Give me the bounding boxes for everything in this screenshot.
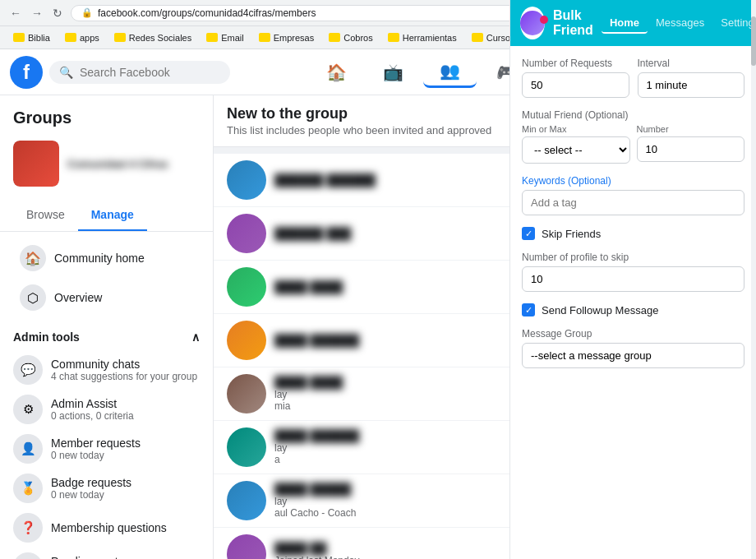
tab-manage[interactable]: Manage	[78, 200, 147, 231]
requests-input[interactable]	[522, 72, 629, 98]
search-icon: 🔍	[59, 66, 73, 79]
admin-item-pending-posts[interactable]: 📋 Pending posts 0 new today	[0, 547, 213, 559]
mutual-friend-group: Mutual Friend (Optional) Min or Max -- s…	[522, 109, 744, 164]
avatar	[227, 321, 266, 360]
folder-icon	[259, 33, 270, 42]
avatar	[227, 427, 266, 467]
bookmark-herramientas[interactable]: Herramientas	[381, 31, 463, 44]
admin-item-text: Badge requests 0 new today	[51, 476, 131, 501]
folder-icon	[206, 33, 218, 42]
sidebar-item-overview[interactable]: ⬡ Overview	[7, 278, 206, 317]
search-box[interactable]: 🔍	[49, 61, 230, 84]
message-group-input[interactable]	[522, 343, 744, 368]
bookmark-redes[interactable]: Redes Sociales	[108, 31, 198, 44]
bookmark-empresas[interactable]: Empresas	[252, 31, 321, 44]
main-layout: Groups Comunidad 4 Cifras Browse Manage …	[0, 95, 756, 559]
bookmark-cobros[interactable]: Cobros	[322, 31, 379, 44]
mutual-select[interactable]: -- select --	[522, 136, 630, 164]
group-profile: Comunidad 4 Cifras	[13, 134, 200, 193]
admin-item-text: Community chats 4 chat suggestions for y…	[51, 358, 197, 382]
skip-count-input[interactable]	[522, 266, 744, 292]
collapse-icon: ∧	[191, 330, 200, 344]
tab-row: Browse Manage	[0, 200, 213, 232]
forward-button[interactable]: →	[28, 5, 46, 21]
browser-nav: ← → ↻	[7, 5, 66, 21]
lock-icon: 🔒	[81, 7, 93, 18]
bookmark-label: Redes Sociales	[129, 33, 191, 43]
bookmark-apps[interactable]: apps	[58, 31, 106, 44]
home-nav-button[interactable]: 🏠	[310, 56, 363, 88]
avatar	[227, 267, 266, 307]
bookmark-biblia[interactable]: Biblia	[7, 31, 57, 44]
followup-row: Send Followup Message	[522, 303, 744, 316]
questions-icon: ❓	[13, 513, 43, 543]
admin-tools-header[interactable]: Admin tools ∧	[0, 324, 213, 350]
bookmark-label: Email	[221, 33, 244, 43]
search-input[interactable]	[80, 66, 211, 79]
overview-label: Overview	[54, 291, 102, 304]
mutual-number-col: Number	[637, 124, 745, 162]
back-button[interactable]: ←	[7, 5, 25, 21]
interval-input[interactable]	[638, 72, 745, 98]
interval-label: Interval	[638, 58, 745, 69]
requests-interval-row: Number of Requests Interval	[522, 58, 744, 98]
groups-nav-button[interactable]: 👥	[423, 56, 477, 88]
message-group-group: Message Group	[522, 328, 744, 368]
avatar	[227, 214, 266, 253]
skip-count-label: Number of profile to skip	[522, 252, 744, 263]
admin-item-community-chats[interactable]: 💬 Community chats 4 chat suggestions for…	[0, 350, 213, 390]
bookmark-label: Herramientas	[403, 33, 457, 43]
admin-item-title: Pending posts	[51, 555, 124, 559]
admin-item-sub: 0 actions, 0 criteria	[51, 410, 134, 422]
ext-nav-messages[interactable]: Messages	[648, 13, 712, 34]
skip-count-group: Number of profile to skip	[522, 252, 744, 292]
extension-body: Number of Requests Interval Mutual Frien…	[510, 46, 756, 559]
reload-button[interactable]: ↻	[49, 5, 66, 21]
folder-icon	[329, 33, 340, 42]
overview-icon: ⬡	[20, 284, 46, 311]
admin-item-text: Admin Assist 0 actions, 0 criteria	[51, 397, 134, 422]
admin-item-badge-requests[interactable]: 🏅 Badge requests 0 new today	[0, 469, 213, 508]
home-icon: 🏠	[20, 245, 46, 271]
community-home-label: Community home	[54, 252, 145, 265]
assist-icon: ⚙	[13, 395, 43, 424]
avatar	[227, 374, 266, 413]
keywords-input[interactable]	[522, 190, 744, 215]
extension-logo	[520, 7, 545, 39]
folder-icon	[114, 33, 126, 42]
admin-item-title: Badge requests	[51, 476, 131, 489]
admin-tools-title: Admin tools	[13, 330, 80, 344]
requests-label: Number of Requests	[522, 58, 629, 69]
group-name: Comunidad 4 Cifras	[67, 158, 168, 170]
avatar	[227, 481, 266, 520]
badge-icon: 🏅	[13, 474, 43, 503]
keywords-label: Keywords (Optional)	[522, 175, 744, 187]
mutual-select-col: Min or Max -- select --	[522, 124, 630, 164]
mutual-number-input[interactable]	[637, 136, 745, 162]
ext-nav-home[interactable]: Home	[602, 13, 648, 34]
group-avatar-image	[13, 141, 59, 187]
interval-col: Interval	[638, 58, 745, 98]
admin-item-title: Membership questions	[51, 521, 167, 534]
skip-friends-checkbox[interactable]	[522, 227, 535, 240]
admin-item-title: Member requests	[51, 437, 141, 450]
message-group-label: Message Group	[522, 328, 744, 340]
followup-checkbox[interactable]	[522, 303, 535, 316]
ext-nav-settings[interactable]: Settings	[712, 13, 756, 34]
pending-icon: 📋	[13, 552, 43, 559]
admin-item-membership-questions[interactable]: ❓ Membership questions	[0, 508, 213, 547]
avatar	[227, 160, 266, 200]
admin-item-member-requests[interactable]: 👤 Member requests 0 new today	[0, 429, 213, 469]
bookmark-email[interactable]: Email	[200, 31, 251, 44]
sidebar-header: Groups Comunidad 4 Cifras	[0, 102, 213, 200]
admin-item-admin-assist[interactable]: ⚙ Admin Assist 0 actions, 0 criteria	[0, 390, 213, 429]
sidebar-item-community-home[interactable]: 🏠 Community home	[7, 238, 206, 278]
mutual-friend-label: Mutual Friend (Optional)	[522, 109, 744, 121]
video-nav-button[interactable]: 📺	[366, 56, 420, 88]
folder-icon	[65, 33, 76, 42]
requests-col: Number of Requests	[522, 58, 629, 98]
sidebar-nav: 🏠 Community home ⬡ Overview	[0, 232, 213, 324]
mutual-row: Min or Max -- select -- Number	[522, 124, 744, 164]
scrollbar-thumb[interactable]	[751, 16, 756, 66]
tab-browse[interactable]: Browse	[13, 200, 78, 231]
